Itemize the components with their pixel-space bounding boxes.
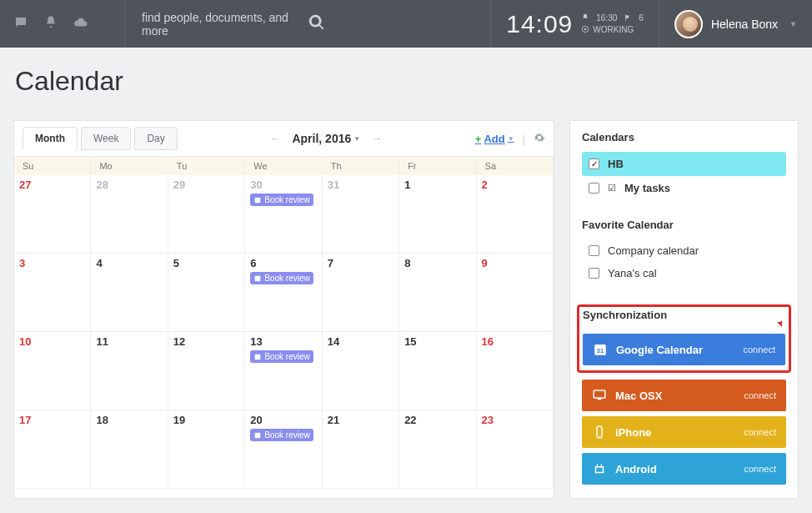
status-label: WORKING — [593, 25, 634, 34]
tab-week[interactable]: Week — [81, 127, 131, 150]
sync-android[interactable]: Android connect — [582, 453, 786, 485]
calendar-cell[interactable]: 23 — [477, 410, 554, 489]
calendar-cell[interactable]: 9 — [477, 254, 554, 332]
event-chip[interactable]: Book review — [250, 429, 313, 441]
day-number: 7 — [328, 257, 393, 269]
clock-area: 14:09 16:30 6 WORKING — [491, 0, 659, 48]
search-icon[interactable] — [308, 13, 474, 34]
calendar-cell[interactable]: 7 — [323, 254, 399, 332]
flag-count: 6 — [639, 13, 644, 23]
svg-point-11 — [599, 435, 600, 437]
checkbox-icon[interactable] — [589, 245, 599, 256]
calendar-cell[interactable]: 30Book review — [245, 175, 322, 254]
svg-point-13 — [601, 465, 603, 467]
favorite-calendar-item[interactable]: Yana's cal — [582, 262, 786, 284]
connect-link[interactable]: connect — [744, 427, 776, 437]
weekday-label: We — [245, 157, 322, 175]
avatar — [674, 10, 703, 38]
phone-icon — [592, 425, 607, 440]
day-number: 8 — [404, 257, 470, 269]
cloud-icon[interactable] — [73, 15, 88, 33]
user-menu[interactable]: Helena Bonx ▼ — [659, 0, 812, 48]
plus-icon: + — [475, 133, 482, 145]
calendar-item-mytasks[interactable]: ☑ My tasks — [582, 176, 786, 200]
day-number: 11 — [96, 335, 162, 348]
calendar-cell[interactable]: 17 — [14, 410, 91, 489]
bell-small-icon — [581, 13, 589, 23]
calendar-cell[interactable]: 27 — [14, 175, 91, 254]
calendar-cell[interactable]: 18 — [91, 410, 168, 489]
connect-link[interactable]: connect — [744, 390, 776, 400]
sync-mac[interactable]: Mac OSX connect — [582, 380, 786, 411]
topbar: find people, documents, and more 14:09 1… — [0, 0, 812, 48]
calendar-item-hb[interactable]: HB — [582, 152, 786, 176]
day-number: 3 — [19, 257, 85, 269]
sidebar: Calendars HB ☑ My tasks Favorite Calenda… — [569, 120, 799, 499]
calendar-cell[interactable]: 3 — [14, 254, 91, 332]
search-placeholder: find people, documents, and more — [142, 11, 308, 38]
calendar-cell[interactable]: 4 — [91, 254, 168, 332]
sync-iphone[interactable]: iPhone connect — [582, 416, 786, 448]
calendar-pane: Month Week Day ← April, 2016 ▼ → + Add ▼… — [13, 120, 554, 499]
chevron-down-icon: ▼ — [508, 135, 514, 143]
favorite-calendar-item[interactable]: Company calendar — [582, 239, 786, 262]
calendar-cell[interactable]: 2 — [477, 175, 554, 254]
bell-icon[interactable] — [43, 15, 58, 33]
prev-month[interactable]: ← — [270, 133, 280, 144]
day-number: 6 — [250, 257, 316, 269]
checkbox-icon[interactable] — [589, 268, 599, 279]
weekday-label: Sa — [477, 157, 554, 175]
record-icon — [581, 25, 589, 35]
event-chip[interactable]: Book review — [250, 194, 313, 206]
calendar-cell[interactable]: 29 — [168, 175, 245, 254]
event-chip[interactable]: Book review — [250, 350, 313, 363]
day-number: 27 — [19, 179, 85, 191]
calendar-cell[interactable]: 10 — [14, 332, 91, 410]
connect-link[interactable]: connect — [744, 464, 776, 474]
event-chip[interactable]: Book review — [250, 272, 313, 284]
checkbox-icon[interactable] — [589, 183, 599, 194]
calendar-cell[interactable]: 5 — [168, 254, 245, 332]
add-link[interactable]: + Add ▼ — [475, 133, 514, 145]
calendar-cell[interactable]: 12 — [168, 332, 245, 410]
month-label[interactable]: April, 2016 ▼ — [292, 132, 360, 145]
calendar-cell[interactable]: 15 — [399, 332, 476, 410]
flag-icon — [624, 13, 632, 23]
day-number: 9 — [482, 257, 548, 269]
calendar-cell[interactable]: 8 — [399, 254, 476, 332]
calendar-cell[interactable]: 19 — [168, 410, 245, 489]
calendar-cell[interactable]: 11 — [91, 332, 168, 410]
day-number: 29 — [173, 179, 239, 191]
calendar-cell[interactable]: 16 — [477, 332, 554, 410]
search-box[interactable]: find people, documents, and more — [125, 0, 491, 48]
day-number: 17 — [19, 414, 85, 426]
next-month[interactable]: → — [372, 133, 382, 144]
checkbox-icon[interactable] — [589, 158, 599, 169]
chat-icon[interactable] — [13, 15, 28, 33]
calendar-cell[interactable]: 28 — [91, 175, 168, 254]
svg-point-12 — [597, 465, 599, 467]
day-number: 14 — [328, 335, 393, 348]
day-number: 4 — [96, 257, 162, 269]
day-number: 30 — [250, 179, 316, 191]
svg-point-1 — [584, 28, 587, 30]
page-title: Calendar — [0, 48, 812, 120]
svg-rect-3 — [255, 275, 261, 281]
calendar-cell[interactable]: 6Book review — [245, 254, 322, 332]
tab-day[interactable]: Day — [134, 127, 177, 150]
calendar-cell[interactable]: 31 — [323, 175, 399, 254]
gear-icon[interactable] — [534, 132, 545, 146]
calendar-cell[interactable]: 22 — [399, 410, 476, 489]
svg-rect-4 — [255, 354, 261, 360]
calendar-cell[interactable]: 21 — [323, 410, 399, 489]
calendar-cell[interactable]: 13Book review — [245, 332, 322, 410]
sync-google[interactable]: 31 Google Calendar connect — [583, 334, 785, 365]
day-number: 28 — [96, 179, 162, 191]
calendar-cell[interactable]: 14 — [323, 332, 399, 410]
tab-month[interactable]: Month — [23, 127, 78, 150]
calendar-cell[interactable]: 20Book review — [245, 410, 322, 489]
favorite-title: Favorite Calendar — [582, 219, 786, 231]
connect-link[interactable]: connect — [743, 345, 775, 355]
calendar-cell[interactable]: 1 — [399, 175, 476, 254]
svg-rect-2 — [255, 197, 261, 203]
